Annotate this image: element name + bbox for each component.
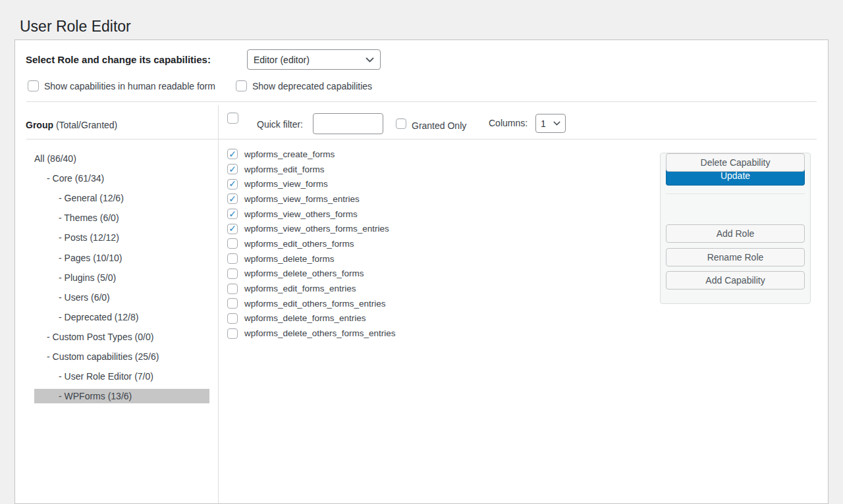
capability-row: wpforms_view_forms xyxy=(227,176,396,191)
capability-row: wpforms_delete_forms_entries xyxy=(227,311,396,326)
group-tree-item-deprecated[interactable]: - Deprecated (12/8) xyxy=(15,307,218,327)
group-tree-item-users[interactable]: - Users (6/0) xyxy=(15,288,218,307)
capability-checkbox[interactable] xyxy=(227,328,238,339)
quick-filter-label: Quick filter: xyxy=(257,118,303,130)
capability-checkbox[interactable] xyxy=(227,238,238,249)
show-deprecated-label: Show deprecated capabilities xyxy=(252,80,372,92)
columns-select-value: 1 xyxy=(541,118,546,129)
quick-filter-input[interactable] xyxy=(313,113,383,134)
capability-row: wpforms_view_others_forms xyxy=(227,207,396,222)
select-role-label: Select Role and change its capabilities: xyxy=(26,53,211,66)
chevron-down-icon xyxy=(553,121,560,126)
granted-only-checkbox[interactable] xyxy=(396,118,406,129)
delete-capability-button[interactable]: Delete Capability xyxy=(666,153,805,172)
capability-row: wpforms_delete_forms xyxy=(227,251,396,266)
capability-checkbox[interactable] xyxy=(227,193,238,204)
divider xyxy=(26,101,817,102)
role-select[interactable]: Editor (editor) xyxy=(247,49,381,70)
capabilities-list: wpforms_create_forms wpforms_edit_forms … xyxy=(227,147,396,341)
group-tree-item-all[interactable]: All (86/40) xyxy=(15,149,218,168)
group-tree-item-custom-capabilities[interactable]: - Custom capabilities (25/6) xyxy=(15,347,218,366)
group-tree-item-pages[interactable]: - Pages (10/10) xyxy=(15,247,218,267)
group-tree-item-core[interactable]: - Core (61/34) xyxy=(15,168,218,188)
select-all-capabilities-checkbox[interactable] xyxy=(227,113,238,124)
group-header-label: Group (Total/Granted) xyxy=(26,119,117,131)
capability-checkbox[interactable] xyxy=(227,224,238,234)
capability-row: wpforms_view_forms_entries xyxy=(227,191,396,207)
capability-row: wpforms_create_forms xyxy=(227,147,396,162)
capability-row: wpforms_edit_forms_entries xyxy=(227,281,396,296)
divider xyxy=(666,193,805,194)
capability-checkbox[interactable] xyxy=(227,209,238,219)
divider xyxy=(26,139,817,139)
capability-checkbox[interactable] xyxy=(227,179,238,189)
show-human-readable-checkbox[interactable] xyxy=(28,80,39,91)
role-select-value: Editor (editor) xyxy=(254,55,310,65)
group-tree-item-plugins[interactable]: - Plugins (5/0) xyxy=(15,268,218,288)
capability-row: wpforms_view_others_forms_entries xyxy=(227,221,396,236)
group-tree-item-posts[interactable]: - Posts (12/12) xyxy=(15,228,218,247)
capability-checkbox[interactable] xyxy=(227,268,238,279)
capability-checkbox[interactable] xyxy=(227,253,238,264)
group-tree-item-themes[interactable]: - Themes (6/0) xyxy=(15,208,218,228)
group-tree-item-user-role-editor[interactable]: - User Role Editor (7/0) xyxy=(15,366,218,386)
actions-panel: Update Add Role Rename Role Add Capabili… xyxy=(660,153,811,304)
capability-checkbox[interactable] xyxy=(227,164,238,174)
capability-checkbox[interactable] xyxy=(227,298,238,309)
group-tree-item-wpforms[interactable]: - WPForms (13/6) xyxy=(15,386,218,406)
capability-row: wpforms_delete_others_forms xyxy=(227,266,396,282)
user-role-editor-panel: Select Role and change its capabilities:… xyxy=(14,39,829,504)
group-tree-item-custom-post-types[interactable]: - Custom Post Types (0/0) xyxy=(15,327,218,347)
capability-row: wpforms_edit_others_forms_entries xyxy=(227,296,396,311)
capability-checkbox[interactable] xyxy=(227,313,238,324)
page-title: User Role Editor xyxy=(20,17,131,36)
groups-tree: All (86/40) - Core (61/34) - General (12… xyxy=(15,149,218,406)
add-role-button[interactable]: Add Role xyxy=(666,224,805,243)
column-divider xyxy=(218,105,219,503)
rename-role-button[interactable]: Rename Role xyxy=(666,248,805,266)
group-tree-item-general[interactable]: - General (12/6) xyxy=(15,188,218,208)
add-capability-button[interactable]: Add Capability xyxy=(666,271,805,290)
capability-row: wpforms_delete_others_forms_entries xyxy=(227,326,396,341)
capability-row: wpforms_edit_others_forms xyxy=(227,236,396,251)
columns-select[interactable]: 1 xyxy=(535,114,566,133)
capability-row: wpforms_edit_forms xyxy=(227,162,396,177)
show-deprecated-checkbox[interactable] xyxy=(236,80,247,91)
columns-label: Columns: xyxy=(489,117,528,129)
capability-checkbox[interactable] xyxy=(227,284,238,294)
show-human-readable-label: Show capabilities in human readable form xyxy=(44,80,215,92)
chevron-down-icon xyxy=(366,57,374,63)
capability-checkbox[interactable] xyxy=(227,149,238,159)
granted-only-label: Granted Only xyxy=(412,120,466,132)
